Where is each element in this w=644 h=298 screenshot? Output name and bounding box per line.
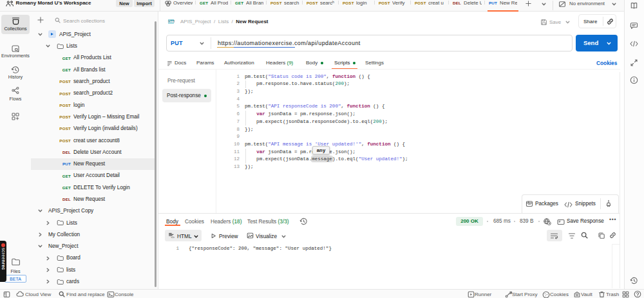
svg-text:</>: </> [171,236,175,238]
svg-text:HTTP: HTTP [168,20,175,23]
